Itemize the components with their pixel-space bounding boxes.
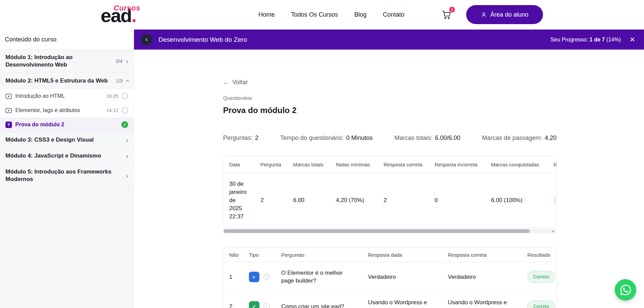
student-area-button[interactable]: Área do aluno — [466, 5, 543, 24]
module-5-header[interactable]: Módulo 5: Introdução aos Frameworks Mode… — [0, 164, 134, 187]
scrollbar-track[interactable] — [223, 229, 550, 233]
progress-value: 1 de 7 — [590, 37, 605, 42]
cart-button[interactable]: 0 — [441, 10, 452, 20]
column-header-resultado: Resultado — [548, 156, 557, 173]
site-header: Cursos ead. Home Todos Os Cursos Blog Co… — [0, 0, 644, 30]
module-label: Módulo 2: HTML5 e Estrutura da Web — [5, 77, 111, 85]
scrollbar-right-arrow[interactable]: ▸ — [550, 229, 557, 233]
info-icon[interactable]: i — [264, 274, 270, 280]
attempt-row: 30 de janeiro de 2025 22:37 2 6.00 4,20 … — [223, 173, 557, 228]
lesson-item-prova-do-modulo-2[interactable]: ? Prova do módulo 2 ✓ — [0, 117, 134, 132]
correct-answer: Verdadeiro — [442, 262, 522, 292]
quiz-kicker: Questionário — [223, 95, 557, 101]
video-play-icon — [5, 107, 12, 114]
stat-tempo: Tempo do questionário:0 Minutos — [280, 134, 373, 142]
nav-blog[interactable]: Blog — [354, 11, 367, 18]
module-4-header[interactable]: Módulo 4: JavaScript e Dinamismo › — [0, 148, 134, 164]
whatsapp-icon — [620, 284, 632, 296]
stat-marcas-passagem: Marcas de passagem:4,20 — [482, 134, 557, 142]
cart-badge: 0 — [449, 7, 455, 13]
attempts-table-card: Data Pergunta Marcas totais Notas mínima… — [223, 156, 557, 228]
lesson-item-introducao-ao-html[interactable]: Introdução ao HTML 10:25 — [0, 89, 134, 103]
module-1-header[interactable]: Módulo 1: Introdução ao Desenvolvimento … — [0, 50, 134, 73]
course-sidebar: Conteúdo do curso Módulo 1: Introdução a… — [0, 30, 134, 308]
site-logo[interactable]: Cursos ead. — [101, 2, 136, 28]
scrollbar-thumb[interactable] — [224, 229, 530, 233]
logo-cursos-text: Cursos — [114, 4, 140, 13]
info-icon[interactable]: i — [264, 303, 270, 308]
chevron-right-icon: › — [126, 172, 128, 179]
status-badge: Correto — [527, 301, 555, 308]
attempt-result: Correto — [548, 173, 557, 228]
nav-todos-os-cursos[interactable]: Todos Os Cursos — [291, 11, 338, 18]
module-5: Módulo 5: Introdução aos Frameworks Mode… — [0, 164, 134, 187]
close-icon: ✕ — [630, 36, 635, 43]
chevron-right-icon: › — [126, 152, 128, 159]
column-header-nao: Não — [223, 248, 243, 262]
quiz-title: Prova do módulo 2 — [223, 106, 557, 115]
column-header-marcas-conquistadas: Marcas conquistadas — [485, 156, 548, 173]
lesson-item-elementor-tags-e-atributos[interactable]: Elementor, tags e atributos 14:12 — [0, 103, 134, 117]
chevron-up-icon: › — [124, 80, 131, 82]
student-area-label: Área do aluno — [490, 11, 528, 18]
attempt-questions: 2 — [255, 173, 287, 228]
module-2: Módulo 2: HTML5 e Estrutura da Web 1/3 ›… — [0, 73, 134, 132]
question-row: 1 ◐ i O Elementor é o melhor page builde… — [223, 262, 556, 292]
attempt-earned-marks: 6.00 (100%) — [485, 173, 548, 228]
question-text: Como criar um site ead? — [275, 292, 362, 308]
column-header-pergunta: Pergunta — [255, 156, 287, 173]
module-4: Módulo 4: JavaScript e Dinamismo › — [0, 148, 134, 164]
module-label: Módulo 4: JavaScript e Dinamismo — [5, 152, 105, 160]
checkbox-type-icon: ✓ — [249, 301, 259, 308]
module-1: Módulo 1: Introdução ao Desenvolvimento … — [0, 50, 134, 73]
module-2-lessons: Introdução ao HTML 10:25 Elementor, tags… — [0, 89, 134, 132]
correct-answer: Usando o Wordpress e Tutor LMS — [442, 292, 522, 308]
lesson-label: Prova do módulo 2 — [15, 121, 118, 128]
column-header-resultado: Resultado — [522, 248, 556, 262]
column-header-tipo: Tipo — [243, 248, 275, 262]
question-number: 2 — [223, 292, 243, 308]
attempt-min-marks: 4,20 (70%) — [330, 173, 378, 228]
lesson-completed-check-icon: ✓ — [121, 121, 128, 128]
nav-contato[interactable]: Contato — [383, 11, 404, 18]
close-course-button[interactable]: ✕ — [630, 36, 635, 43]
column-header-notas-minimas: Notas mínimas — [330, 156, 378, 173]
questions-table-card: Não Tipo Perguntas Resposta dada Respost… — [223, 248, 557, 308]
whatsapp-button[interactable] — [615, 279, 636, 301]
lesson-duration: 10:25 — [106, 93, 118, 99]
sidebar-title: Conteúdo do curso — [0, 30, 134, 50]
quiz-icon: ? — [5, 122, 12, 128]
module-label: Módulo 1: Introdução ao Desenvolvimento … — [5, 54, 116, 69]
stat-marcas-totais: Marcas totais:6.00/6.00 — [394, 134, 460, 142]
chevron-right-icon: › — [126, 137, 128, 143]
question-result: Correto — [522, 262, 556, 292]
column-header-resposta-correta: Resposta correta — [442, 248, 522, 262]
main-nav: Home Todos Os Cursos Blog Contato — [258, 0, 404, 30]
module-3-header[interactable]: Módulo 3: CSS3 e Design Visual › — [0, 132, 134, 148]
question-text: O Elementor é o melhor page builder? — [275, 262, 362, 292]
chevron-right-icon: › — [126, 58, 128, 65]
module-count: 0/4 — [116, 58, 122, 64]
lesson-status-circle — [122, 107, 128, 114]
course-progress: Seu Progresso: 1 de 7 (14%) — [550, 37, 621, 43]
column-header-perguntas: Perguntas — [275, 248, 362, 262]
attempt-date: 30 de janeiro de 2025 22:37 — [223, 173, 255, 228]
attempt-correct: 2 — [378, 173, 429, 228]
module-2-header[interactable]: Módulo 2: HTML5 e Estrutura da Web 1/3 › — [0, 73, 134, 89]
video-play-icon — [5, 93, 12, 99]
column-header-resposta-correta: Resposta correta — [378, 156, 429, 173]
attempt-total-marks: 6.00 — [287, 173, 330, 228]
attempt-incorrect: 0 — [429, 173, 485, 228]
back-link-label: Voltar — [232, 78, 248, 86]
stat-perguntas: Perguntas:2 — [223, 134, 258, 142]
nav-home[interactable]: Home — [258, 11, 275, 18]
column-header-resposta-dada: Resposta dada — [362, 248, 442, 262]
back-link[interactable]: ← Voltar — [223, 78, 248, 86]
module-count: 1/3 — [116, 78, 122, 84]
attempts-table: Data Pergunta Marcas totais Notas mínima… — [223, 156, 557, 228]
module-label: Módulo 3: CSS3 e Design Visual — [5, 136, 97, 144]
course-back-button[interactable]: ‹ — [141, 34, 152, 46]
horizontal-scrollbar: ▸ — [223, 229, 557, 233]
given-answer: Usando o Wordpress e Tutor LMS — [362, 292, 442, 308]
course-topbar: ‹ Desenvolvimento Web do Zero Seu Progre… — [134, 30, 644, 50]
